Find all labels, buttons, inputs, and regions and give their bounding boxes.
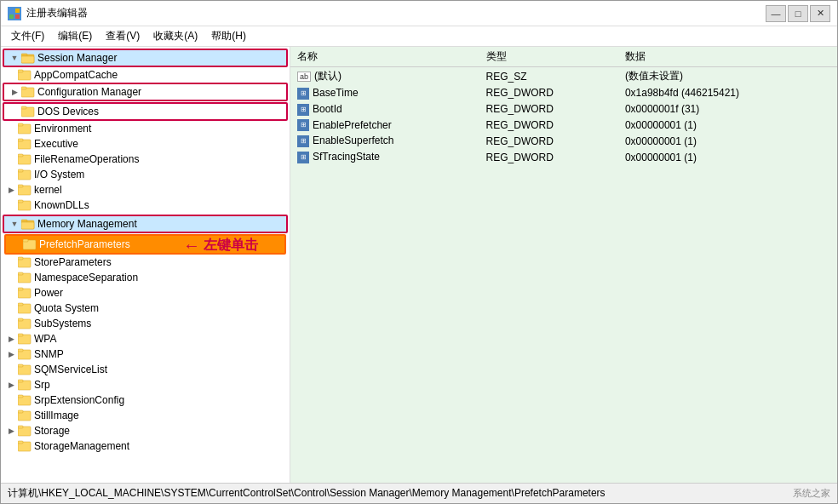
expand-icon-quota bbox=[4, 301, 18, 315]
storagemanagement-label: StorageManagement bbox=[34, 440, 129, 452]
folder-icon-dos bbox=[21, 106, 35, 117]
reg-value-data: (数值未设置) bbox=[618, 67, 837, 86]
folder-icon-filerename bbox=[18, 153, 32, 165]
tree-item-kernel[interactable]: ▶ kernel bbox=[1, 182, 290, 198]
regedit-icon bbox=[8, 7, 21, 20]
expand-icon-env bbox=[4, 122, 18, 135]
maximize-button[interactable]: □ bbox=[788, 5, 808, 22]
tree-item-config-manager[interactable]: ▶ Configuration Manager bbox=[3, 83, 288, 101]
tree-item-namespace[interactable]: NamespaceSeparation bbox=[1, 270, 290, 285]
tree-item-memory-management[interactable]: ▼ Memory Management bbox=[3, 215, 288, 233]
expand-icon-session: ▼ bbox=[8, 51, 21, 65]
srpextension-label: SrpExtensionConfig bbox=[34, 394, 124, 406]
svg-rect-27 bbox=[21, 222, 34, 229]
svg-rect-12 bbox=[21, 106, 26, 109]
executive-label: Executive bbox=[34, 138, 78, 150]
tree-scroll-area: ▼ Session Manager bbox=[1, 49, 290, 454]
folder-icon-prefetch bbox=[23, 238, 37, 250]
expand-icon-kernel: ▶ bbox=[4, 183, 18, 197]
reg-value-type: REG_DWORD bbox=[479, 117, 618, 134]
table-row[interactable]: ⊞EnableSuperfetchREG_DWORD0x00000001 (1) bbox=[290, 133, 837, 149]
table-row[interactable]: ⊞BootIdREG_DWORD0x0000001f (31) bbox=[290, 101, 837, 117]
expand-icon-filerename bbox=[4, 152, 18, 166]
menu-view[interactable]: 查看(V) bbox=[99, 27, 146, 45]
expand-icon-wpa: ▶ bbox=[4, 332, 18, 346]
expand-icon-knowndlls bbox=[4, 198, 18, 212]
tree-panel[interactable]: ▼ Session Manager bbox=[1, 47, 290, 483]
table-row[interactable]: ⊞EnablePrefetcherREG_DWORD0x00000001 (1) bbox=[290, 117, 837, 134]
brand-label: 系统之家 bbox=[793, 487, 830, 500]
svg-rect-47 bbox=[18, 380, 23, 382]
menu-edit[interactable]: 编辑(E) bbox=[51, 27, 99, 45]
tree-item-store-params[interactable]: StoreParameters bbox=[1, 255, 290, 270]
expand-icon-subsystems bbox=[4, 317, 18, 330]
tree-item-quota[interactable]: Quota System bbox=[1, 301, 290, 316]
folder-icon-namespace bbox=[18, 272, 32, 284]
tree-item-io-system[interactable]: I/O System bbox=[1, 167, 290, 182]
tree-item-storagemanagement[interactable]: StorageManagement bbox=[1, 438, 290, 454]
svg-rect-24 bbox=[18, 200, 23, 203]
folder-open-icon bbox=[21, 52, 35, 64]
menu-help[interactable]: 帮助(H) bbox=[204, 27, 253, 45]
reg-value-type: REG_DWORD bbox=[479, 85, 618, 101]
folder-icon-stillimage bbox=[18, 410, 32, 421]
tree-item-knowndlls[interactable]: KnownDLLs bbox=[1, 198, 290, 213]
tree-item-appcompat[interactable]: AppCompatCache bbox=[1, 67, 290, 83]
folder-icon-kernel bbox=[18, 184, 32, 196]
tree-item-dos-devices[interactable]: DOS Devices bbox=[3, 102, 288, 121]
storage-label: Storage bbox=[34, 425, 70, 437]
main-content: ▼ Session Manager bbox=[1, 47, 837, 483]
svg-rect-55 bbox=[18, 441, 23, 444]
quota-label: Quota System bbox=[34, 302, 99, 314]
expand-icon-storage: ▶ bbox=[4, 424, 18, 438]
menu-favorites[interactable]: 收藏夹(A) bbox=[146, 27, 204, 45]
tree-item-sqmservice[interactable]: SQMServiceList bbox=[1, 362, 290, 377]
tree-item-power[interactable]: Power bbox=[1, 285, 290, 301]
svg-rect-10 bbox=[21, 87, 26, 89]
reg-value-data: 0x00000001 (1) bbox=[618, 149, 837, 165]
folder-icon-srp bbox=[18, 379, 32, 391]
tree-item-srp[interactable]: ▶ Srp bbox=[1, 377, 290, 392]
tree-item-wpa[interactable]: ▶ WPA bbox=[1, 331, 290, 346]
svg-rect-51 bbox=[18, 410, 23, 413]
tree-item-srpextension[interactable]: SrpExtensionConfig bbox=[1, 392, 290, 408]
close-button[interactable]: ✕ bbox=[810, 5, 830, 22]
svg-rect-39 bbox=[18, 318, 23, 321]
svg-rect-3 bbox=[15, 14, 20, 19]
table-row[interactable]: ab(默认)REG_SZ(数值未设置) bbox=[290, 67, 837, 86]
registry-values-panel: 名称 类型 数据 ab(默认)REG_SZ(数值未设置)⊞BaseTimeREG… bbox=[290, 47, 837, 483]
sqmservice-label: SQMServiceList bbox=[34, 364, 107, 375]
folder-icon-knowndlls bbox=[18, 199, 32, 211]
tree-item-filerename[interactable]: FileRenameOperations bbox=[1, 152, 290, 167]
expand-icon-srp: ▶ bbox=[4, 378, 18, 392]
tree-item-executive[interactable]: Executive bbox=[1, 136, 290, 152]
tree-item-storage[interactable]: ▶ Storage bbox=[1, 423, 290, 438]
folder-icon-store bbox=[18, 256, 32, 268]
reg-value-data: 0x00000001 (1) bbox=[618, 133, 837, 149]
tree-item-snmp[interactable]: ▶ SNMP bbox=[1, 346, 290, 362]
reg-value-data: 0x0000001f (31) bbox=[618, 101, 837, 117]
menu-bar: 文件(F) 编辑(E) 查看(V) 收藏夹(A) 帮助(H) bbox=[1, 26, 837, 47]
col-header-type: 类型 bbox=[479, 47, 618, 67]
filerename-label: FileRenameOperations bbox=[34, 153, 139, 165]
expand-icon-stillimage bbox=[4, 409, 18, 422]
table-row[interactable]: ⊞SfTracingStateREG_DWORD0x00000001 (1) bbox=[290, 149, 837, 165]
reg-value-name: ⊞BaseTime bbox=[290, 85, 479, 101]
minimize-button[interactable]: — bbox=[766, 5, 786, 22]
tree-item-subsystems[interactable]: SubSystems bbox=[1, 316, 290, 331]
folder-icon-srpext bbox=[18, 394, 32, 406]
tree-item-prefetch-params[interactable]: PrefetchParameters bbox=[4, 234, 286, 255]
registry-table: 名称 类型 数据 ab(默认)REG_SZ(数值未设置)⊞BaseTimeREG… bbox=[290, 47, 837, 165]
svg-rect-18 bbox=[18, 154, 23, 157]
namespace-label: NamespaceSeparation bbox=[34, 272, 138, 284]
folder-icon-storagemgmt bbox=[18, 440, 32, 452]
svg-rect-29 bbox=[23, 239, 28, 242]
tree-item-session-manager[interactable]: ▼ Session Manager bbox=[3, 49, 288, 67]
expand-icon-snmp: ▶ bbox=[4, 347, 18, 361]
tree-item-environment[interactable]: Environment bbox=[1, 121, 290, 136]
reg-value-name: ab(默认) bbox=[290, 67, 479, 86]
folder-icon-config bbox=[21, 86, 35, 98]
tree-item-stillimage[interactable]: StillImage bbox=[1, 408, 290, 423]
menu-file[interactable]: 文件(F) bbox=[4, 27, 51, 45]
table-row[interactable]: ⊞BaseTimeREG_DWORD0x1a98b4fd (446215421) bbox=[290, 85, 837, 101]
